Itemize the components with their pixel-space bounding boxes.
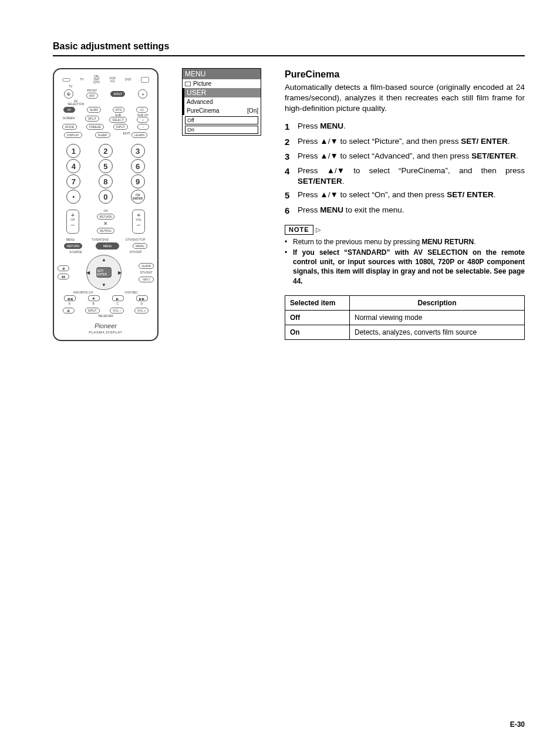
step-text: Press — [298, 205, 320, 214]
rx-power-button: ⏻ — [63, 308, 75, 313]
pause-button: ▮▮ — [58, 274, 69, 279]
osd-purecinema-label: PureCinema — [187, 107, 220, 114]
display-button: DISPLAY — [64, 132, 82, 138]
step-number: 3 — [285, 151, 293, 163]
light-button: ✶ — [138, 89, 147, 99]
arrow-down-icon: ▼ — [337, 166, 345, 176]
arrow-down-icon: ▼ — [330, 190, 338, 200]
note-item: • If you select “STANDARD” with AV SELEC… — [285, 248, 525, 286]
keypad-8: 8 — [99, 174, 113, 188]
source-power-button: ⏻ — [58, 265, 69, 271]
table-header-desc: Description — [350, 295, 525, 310]
dtvsat-label: DTV/SAT — [130, 251, 142, 254]
label-d: D — [141, 302, 143, 305]
label-b: B — [93, 302, 95, 305]
step-text: . — [508, 137, 510, 146]
page-number: E-30 — [510, 720, 525, 729]
label-c: C — [116, 302, 119, 305]
osd-menu: MENU Picture USER Advanced PureCinema [O… — [182, 68, 261, 136]
sleep-button: SLEEP — [95, 132, 110, 138]
note-text: . — [474, 238, 475, 246]
transport-play: ▶ — [112, 295, 124, 301]
surr-button: SURR — [87, 107, 101, 113]
description-table: Selected item Description Off Normal vie… — [285, 295, 525, 341]
table-cell-item: On — [290, 328, 300, 336]
power-button: ⏻ — [64, 89, 73, 99]
dpad: ▲ ▼ ◀ ▶ SET/ ENTER — [80, 255, 127, 290]
arrow-down-icon: ▼ — [102, 282, 106, 288]
step-number: 1 — [285, 121, 293, 133]
osd-advanced-label: Advanced — [187, 99, 212, 105]
arrow-up-icon: ▲ — [102, 257, 106, 262]
step-item: 6 Press MENU to exit the menu. — [285, 205, 525, 217]
table-cell-desc: Normal viewing mode — [350, 310, 525, 325]
osd-picture-label: Picture — [193, 80, 211, 87]
step-text: to select “PureCinema”, and then press — [345, 166, 525, 175]
screen-label: SCREEN — [63, 117, 75, 120]
step-text: to select “On”, and then press — [338, 190, 447, 199]
step-bold: MENU — [320, 122, 343, 130]
note-label: NOTE — [285, 225, 313, 235]
table-cell-item: Off — [290, 313, 300, 322]
arrow-down-icon: ▼ — [330, 151, 338, 161]
transport-rew: ◀◀ — [64, 295, 76, 301]
osd-option-on: On — [185, 126, 258, 134]
note-bold: If you select “STANDARD” with AV SELECTI… — [293, 248, 525, 285]
table-cell-desc: Detects, analyzes, converts film source — [350, 325, 525, 340]
menu-center-button: MENU — [96, 242, 120, 250]
keypad-2: 2 — [99, 144, 113, 158]
dtvsat2-label: DTV/SAT — [139, 271, 154, 274]
source-label: SOURCE — [69, 251, 82, 254]
step-item: 5 Press ▲/▼ to select “On”, and then pre… — [285, 190, 525, 201]
mode-dvd-label: DVD — [125, 78, 131, 81]
mode-cbl-label: CBL /SAT /DTV — [93, 75, 100, 84]
feature-intro: Automatically detects a film-based sourc… — [285, 82, 525, 114]
step-text: . — [494, 190, 496, 199]
step-item: 2 Press ▲/▼ to select “Picture”, and the… — [285, 136, 525, 148]
freeze-button: FREEZE — [86, 124, 104, 130]
osd-purecinema-row: PureCinema [On] — [183, 106, 261, 115]
brand-logo: Pioneer — [58, 322, 154, 329]
keypad-1: 1 — [66, 144, 80, 158]
step-text: to select “Advanced”, and then press — [338, 151, 471, 160]
step-number: 6 — [285, 205, 293, 217]
arrow-up-icon: ▲ — [320, 136, 328, 147]
rx-input-button: INPUT — [85, 308, 100, 313]
plus-button: + — [137, 117, 149, 123]
arrow-down-icon: ▼ — [330, 136, 338, 147]
keypad-0: 0 — [99, 190, 113, 204]
label-a: A — [69, 302, 70, 305]
osd-user-header: USER — [183, 88, 261, 97]
split-button: SPLIT — [85, 116, 99, 122]
receiver-label: RECEIVER — [58, 315, 154, 318]
vcrrec-label: VCR REC — [124, 291, 138, 294]
step-text: Press — [298, 137, 320, 146]
keypad-4: 4 — [66, 159, 80, 173]
ch-rocker: +CH– — [66, 210, 79, 234]
dtvdvdtop-label: DTV/DVD TOP — [126, 238, 145, 241]
note-bold: MENU RETURN — [421, 238, 474, 246]
ant-button: ANT — [86, 93, 98, 99]
mts-button: MTS — [113, 107, 125, 113]
section-rule — [53, 55, 525, 56]
step-number: 2 — [285, 136, 293, 148]
table-header-item: Selected item — [285, 295, 350, 310]
step-number: 5 — [285, 190, 293, 201]
step-text: . — [343, 122, 346, 130]
input-button: INPUT — [110, 91, 125, 97]
step-bold: SET/ ENTER — [447, 190, 494, 199]
keypad-7: 7 — [66, 174, 80, 188]
step-item: 1 Press MENU. — [285, 121, 525, 133]
picture-icon — [185, 82, 191, 86]
info-button: INFO — [139, 277, 154, 282]
learn-button: LEARN — [131, 132, 147, 138]
step-number: 4 — [285, 166, 293, 187]
front-label: FRONT — [87, 89, 97, 92]
step-text: Press — [298, 190, 320, 199]
menu-left-label: MENU — [66, 238, 75, 241]
step-text: . — [516, 151, 518, 160]
arrow-right-icon: ▶ — [118, 270, 122, 275]
step-item: 4 Press ▲/▼ to select “PureCinema”, and … — [285, 166, 525, 187]
note-header: NOTE ▷ — [285, 225, 525, 235]
step-bold: SET/ENTER — [298, 177, 342, 186]
